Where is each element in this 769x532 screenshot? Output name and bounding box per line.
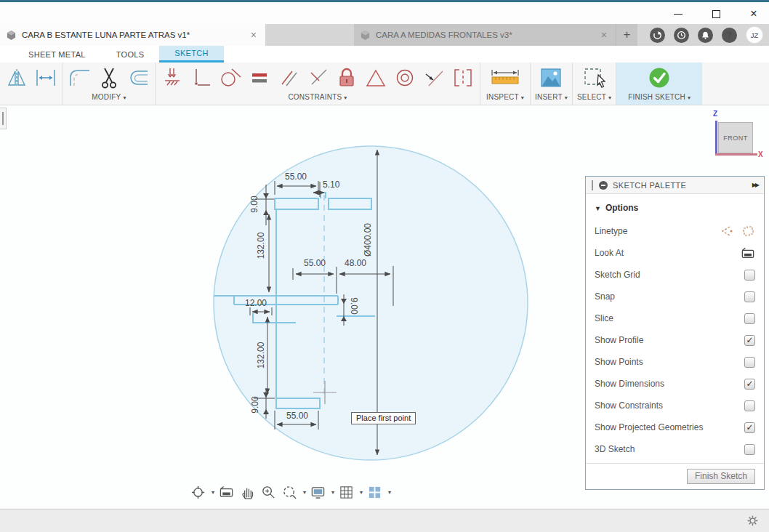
dimension-top-thickness[interactable]: 9.00: [249, 196, 259, 213]
show-projected-geometries-checkbox[interactable]: ✓: [744, 422, 755, 433]
panel-grip-icon[interactable]: [592, 180, 593, 190]
expand-panel-icon[interactable]: ▶▶: [752, 182, 758, 188]
sketch-dimension-icon[interactable]: [33, 65, 58, 91]
tab-sketch[interactable]: SKETCH: [159, 46, 223, 63]
perpendicular-icon[interactable]: [305, 65, 330, 91]
midpoint-icon[interactable]: [422, 65, 446, 91]
collapse-triangle-icon[interactable]: ▼: [595, 205, 601, 212]
options-section-label[interactable]: Options: [605, 203, 638, 213]
zoom-window-icon[interactable]: [281, 483, 299, 501]
tangent-icon[interactable]: [218, 65, 243, 91]
palette-row-show-points: Show Points: [595, 351, 755, 373]
help-icon[interactable]: ?: [722, 28, 737, 43]
horizontal-vertical-icon[interactable]: [189, 65, 214, 91]
document-tab-label: CARA B ESTANTE LUNA PARTE ATRAS v1*: [22, 31, 190, 39]
insert-group-label[interactable]: INSERT: [535, 93, 563, 101]
viewcube-front-face[interactable]: FRONT: [718, 122, 753, 153]
dimension-upper-height[interactable]: 132.00: [256, 232, 266, 259]
minimize-button[interactable]: [670, 6, 686, 22]
finish-sketch-button[interactable]: FINISH SKETCH: [628, 93, 685, 101]
viewport-canvas[interactable]: 55.00 5.10 9.00 132.00 55.00 48.00 12.00…: [0, 105, 769, 509]
dimension-top-width[interactable]: 55.00: [285, 172, 307, 182]
measure-icon[interactable]: [485, 65, 526, 91]
dimension-diameter[interactable]: Ø400.00: [363, 223, 373, 257]
zoom-icon[interactable]: [259, 483, 278, 501]
extensions-icon[interactable]: [650, 28, 665, 43]
dimension-mid-notch[interactable]: 12.00: [245, 298, 267, 308]
tab-tools[interactable]: TOOLS: [101, 46, 160, 63]
palette-row-snap: Snap: [595, 286, 755, 307]
insert-image-icon[interactable]: [539, 65, 563, 91]
gear-icon[interactable]: [746, 515, 759, 530]
browser-panel-handle[interactable]: [0, 108, 7, 129]
dimension-mid-thickness[interactable]: 9.00: [349, 297, 359, 315]
symmetry-icon[interactable]: [451, 65, 475, 91]
document-tab-inactive[interactable]: CARA A MEDIDAS FRONTALES v3* ×: [354, 24, 616, 46]
show-dimensions-checkbox[interactable]: ✓: [744, 379, 755, 390]
snap-checkbox[interactable]: [744, 291, 755, 302]
navigation-toolbar: ▾ ▾ ▾ ▾ ▾: [189, 483, 391, 501]
finish-sketch-check-icon[interactable]: [647, 65, 672, 91]
tab-close-icon[interactable]: ×: [248, 29, 259, 41]
tab-close-icon[interactable]: ×: [598, 29, 610, 41]
row-label: Slice: [595, 313, 613, 323]
select-group-label[interactable]: SELECT: [577, 93, 606, 101]
constraints-group-label[interactable]: CONSTRAINTS: [288, 93, 342, 101]
trim-icon[interactable]: [97, 65, 121, 91]
show-points-checkbox[interactable]: [744, 357, 755, 368]
document-tab-active[interactable]: CARA B ESTANTE LUNA PARTE ATRAS v1* ×: [0, 24, 265, 46]
tab-sheet-metal[interactable]: SHEET METAL: [13, 46, 101, 63]
chevron-down-icon[interactable]: ▾: [360, 489, 363, 496]
display-settings-icon[interactable]: [309, 483, 327, 501]
fillet-icon[interactable]: [68, 65, 92, 91]
mirror-icon[interactable]: [4, 65, 29, 91]
select-icon[interactable]: [582, 65, 607, 91]
3d-sketch-checkbox[interactable]: [744, 444, 755, 455]
orbit-icon[interactable]: [189, 483, 207, 501]
coincident-icon[interactable]: [160, 65, 185, 91]
parallel-icon[interactable]: [276, 65, 301, 91]
x-axis-label: X: [758, 150, 763, 158]
ribbon-group-finish-sketch: FINISH SKETCH▾: [616, 63, 702, 105]
notifications-icon[interactable]: [698, 28, 713, 43]
dimension-top-notch[interactable]: 5.10: [323, 180, 340, 190]
offset-icon[interactable]: [126, 65, 150, 91]
chevron-down-icon[interactable]: ▾: [331, 489, 334, 496]
equal-icon[interactable]: [247, 65, 272, 91]
ribbon-group-create: [0, 63, 63, 105]
look-at-icon[interactable]: [741, 246, 755, 259]
palette-row-slice: Slice: [595, 307, 755, 329]
chevron-down-icon[interactable]: ▾: [212, 489, 214, 496]
viewcube[interactable]: FRONT Z X: [709, 111, 763, 164]
ribbon-group-modify: MODIFY▾: [63, 63, 155, 105]
dimension-bottom-width[interactable]: 55.00: [286, 411, 308, 421]
fix-lock-icon[interactable]: [334, 65, 359, 91]
sketch-grid-checkbox[interactable]: [744, 270, 755, 281]
show-constraints-checkbox[interactable]: [744, 400, 755, 411]
ribbon-group-inspect: INSPECT▾: [480, 63, 530, 105]
inspect-group-label[interactable]: INSPECT: [486, 93, 519, 101]
new-tab-button[interactable]: +: [616, 24, 637, 46]
dimension-mid-right-width[interactable]: 48.00: [345, 258, 366, 268]
maximize-button[interactable]: [708, 6, 724, 22]
chevron-down-icon[interactable]: ▾: [303, 489, 306, 496]
dimension-mid-left-width[interactable]: 55.00: [304, 258, 326, 268]
dimension-bottom-thickness[interactable]: 9.00: [250, 396, 260, 414]
show-profile-checkbox[interactable]: ✓: [744, 335, 755, 346]
dimension-lower-height[interactable]: 132.00: [256, 342, 266, 368]
look-at-icon[interactable]: [217, 483, 235, 501]
construction-linetype-icon[interactable]: [719, 225, 733, 238]
chevron-down-icon[interactable]: ▾: [388, 489, 391, 496]
concentric-icon[interactable]: [392, 65, 417, 91]
modify-group-label[interactable]: MODIFY: [92, 93, 121, 101]
triangle-constraint-icon[interactable]: [363, 65, 388, 91]
viewports-icon[interactable]: [366, 483, 384, 501]
pan-icon[interactable]: [238, 483, 257, 501]
projected-linetype-icon[interactable]: [741, 225, 755, 238]
close-button[interactable]: ×: [746, 6, 762, 22]
grid-settings-icon[interactable]: [337, 483, 355, 501]
finish-sketch-button[interactable]: Finish Sketch: [687, 469, 755, 484]
slice-checkbox[interactable]: [744, 313, 755, 324]
avatar[interactable]: JZ: [746, 26, 763, 44]
job-status-icon[interactable]: [674, 28, 689, 43]
